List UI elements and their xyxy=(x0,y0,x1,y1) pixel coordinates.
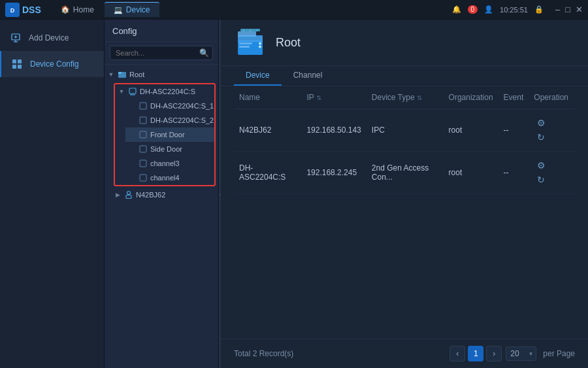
table-header-row: Name IP Device Type Organization Event xyxy=(234,86,575,109)
tree-row-n42bj62[interactable]: ▶ N42BJ62 xyxy=(111,188,218,202)
row0-refresh-btn[interactable]: ↻ xyxy=(534,130,548,144)
row0-name: N42BJ62 xyxy=(234,109,301,152)
current-page: 1 xyxy=(474,349,478,358)
sidebar-add-device-label: Add Device xyxy=(29,33,69,42)
n42bj62-label: N42BJ62 xyxy=(136,191,216,199)
table-container: Name IP Device Type Organization Event xyxy=(221,86,588,339)
channel4-label: channel4 xyxy=(150,174,212,182)
device-large-icon xyxy=(234,29,267,56)
resize-handle[interactable] xyxy=(219,20,221,368)
device-nav-icon: 💻 xyxy=(114,6,123,14)
row0-operation: ⚙ ↻ xyxy=(529,109,575,152)
svg-rect-18 xyxy=(140,117,146,124)
row1-event: -- xyxy=(498,152,529,194)
content-tabs: Device Channel xyxy=(221,66,588,86)
svg-text:D: D xyxy=(10,7,15,14)
dh-asc-icon xyxy=(127,86,138,97)
channel-icon-fd xyxy=(138,129,148,140)
svg-rect-19 xyxy=(140,131,146,138)
col-org: Organization xyxy=(444,86,498,109)
tree-row-root[interactable]: ▼ Root xyxy=(105,67,218,82)
spacer-2: ▶ xyxy=(128,116,136,124)
col-name: Name xyxy=(234,86,301,109)
svg-rect-22 xyxy=(140,175,146,181)
nav-tabs: 🏠 Home 💻 Device xyxy=(52,2,159,17)
lock-icon: 🔒 xyxy=(534,5,544,14)
tree-row-side-door[interactable]: ▶ Side Door xyxy=(125,142,214,156)
time-display: 10:25:51 xyxy=(500,6,528,14)
row1-device-type: 2nd Gen Access Con... xyxy=(367,152,444,194)
minimize-button[interactable]: – xyxy=(555,5,560,14)
tab-home[interactable]: 🏠 Home xyxy=(52,2,103,17)
dh-asc-2-label: DH-ASC2204C:S_2 xyxy=(150,116,214,124)
col-operation: Operation xyxy=(529,86,575,109)
add-device-icon xyxy=(9,31,22,44)
tree-node-n42bj62: ▶ N42BJ62 xyxy=(111,188,218,202)
svg-point-31 xyxy=(259,46,261,48)
svg-rect-35 xyxy=(240,29,260,31)
close-button[interactable]: ✕ xyxy=(576,5,583,14)
content-title: Root xyxy=(276,36,301,50)
search-box: 🔍 xyxy=(105,42,218,65)
col-event: Event xyxy=(498,86,529,109)
spacer-sd: ▶ xyxy=(128,145,136,153)
toggle-dh-asc[interactable]: ▼ xyxy=(118,88,125,95)
tree-row-channel4[interactable]: ▶ channel4 xyxy=(125,171,214,185)
sidebar-item-device-config[interactable]: Device Config xyxy=(0,51,104,77)
tree-row-channel3[interactable]: ▶ channel3 xyxy=(125,156,214,171)
row0-device-type: IPC xyxy=(367,109,444,152)
col-device-type[interactable]: Device Type xyxy=(367,86,444,109)
highlighted-group: ▼ DH-ASC2204C:S xyxy=(114,83,216,186)
col-event-label: Event xyxy=(504,93,524,102)
speaker-icon: 🔔 xyxy=(452,5,461,14)
dh-asc-label: DH-ASC2204C:S xyxy=(140,88,212,95)
config-panel: Config 🔍 ▼ Root xyxy=(105,20,219,368)
tree-row-front-door[interactable]: ▶ Front Door ← xyxy=(125,127,214,142)
tree-node-root: ▼ Root ▼ xyxy=(105,67,218,202)
config-header: Config xyxy=(105,20,218,42)
table-footer: Total 2 Record(s) ‹ 1 › 20 50 100 p xyxy=(221,339,588,368)
svg-rect-21 xyxy=(140,160,146,167)
prev-page-btn[interactable]: ‹ xyxy=(449,346,465,361)
tab-device-content[interactable]: Device xyxy=(234,66,282,86)
row1-settings-btn[interactable]: ⚙ xyxy=(534,158,548,173)
next-page-btn[interactable]: › xyxy=(486,346,502,361)
home-icon: 🏠 xyxy=(61,5,70,14)
svg-rect-28 xyxy=(239,42,252,44)
search-icon[interactable]: 🔍 xyxy=(199,48,209,58)
toggle-n42bj62[interactable]: ▶ xyxy=(114,191,122,199)
spacer-c3: ▶ xyxy=(128,159,136,167)
maximize-button[interactable]: □ xyxy=(565,5,570,14)
svg-rect-9 xyxy=(12,65,16,69)
col-name-label: Name xyxy=(239,93,260,102)
page-1-btn[interactable]: 1 xyxy=(468,346,483,361)
col-org-label: Organization xyxy=(449,93,493,102)
spacer-c4: ▶ xyxy=(128,174,136,182)
dh-asc-children: ▶ DH-ASC2204C:S_1 ▶ xyxy=(125,99,214,185)
search-input[interactable] xyxy=(110,46,213,60)
col-device-type-label: Device Type xyxy=(372,93,415,102)
col-ip[interactable]: IP xyxy=(301,86,366,109)
window-controls: – □ ✕ xyxy=(555,5,583,14)
per-page-select[interactable]: 20 50 100 xyxy=(506,346,536,361)
tab-device-content-label: Device xyxy=(246,71,270,80)
spacer-fd: ▶ xyxy=(128,131,136,139)
front-door-label: Front Door xyxy=(150,131,212,139)
tree-container: ▼ Root ▼ xyxy=(105,65,218,368)
table-row-dh-asc2204cs: DH-ASC2204C:S 192.168.2.245 2nd Gen Acce… xyxy=(234,152,575,194)
sidebar-item-add-device[interactable]: Add Device xyxy=(0,25,104,51)
tree-row-dh-asc-2[interactable]: ▶ DH-ASC2204C:S_2 xyxy=(125,113,214,127)
svg-point-23 xyxy=(127,192,131,195)
tab-channel-content[interactable]: Channel xyxy=(282,66,335,86)
svg-rect-20 xyxy=(140,146,146,152)
row1-refresh-btn[interactable]: ↻ xyxy=(534,173,548,187)
svg-rect-13 xyxy=(129,88,136,93)
svg-rect-8 xyxy=(18,59,22,63)
toggle-root[interactable]: ▼ xyxy=(107,71,115,78)
row0-settings-btn[interactable]: ⚙ xyxy=(534,116,548,130)
tree-row-dh-asc[interactable]: ▼ DH-ASC2204C:S xyxy=(115,84,214,99)
col-ip-label: IP xyxy=(306,93,314,102)
tree-row-dh-asc-1[interactable]: ▶ DH-ASC2204C:S_1 xyxy=(125,99,214,113)
row0-event: -- xyxy=(498,109,529,152)
tab-device[interactable]: 💻 Device xyxy=(105,2,159,17)
